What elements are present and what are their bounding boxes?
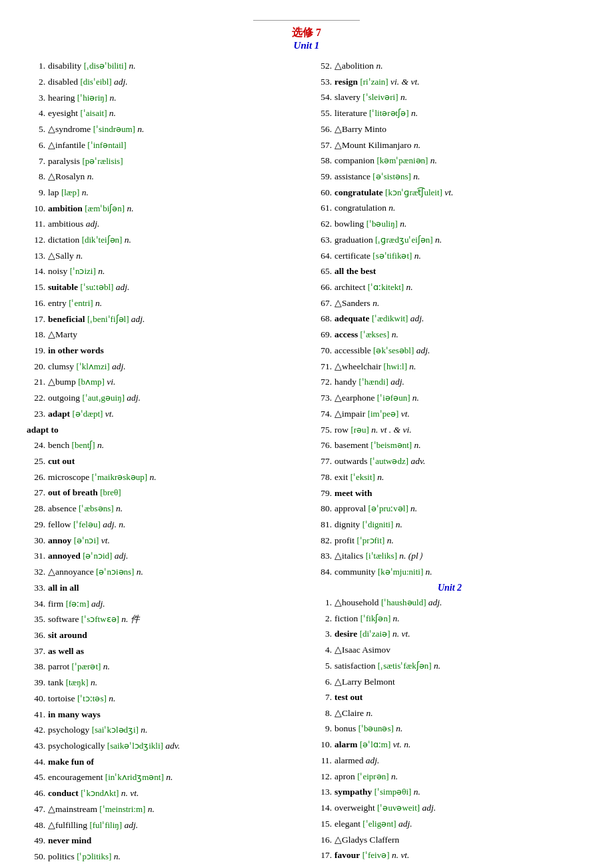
entry-number: 70. — [313, 343, 332, 359]
entry-phonetic: [ˈeiprən] — [357, 771, 388, 781]
entry-word: resign — [334, 77, 358, 87]
list-item: 42.psychology [saiˈkɔlədʒi] n. — [27, 722, 300, 738]
entry-phonetic: [əˈpruːvəl] — [368, 503, 408, 513]
entry-pos: n. (pl） — [399, 551, 428, 561]
entry-pos: n. — [400, 219, 406, 229]
entry-extra: n. — [404, 739, 410, 749]
entry-phonetic: [diˈzaiə] — [360, 629, 390, 639]
entry-extra: vt. — [400, 850, 409, 860]
entry-number: 19. — [27, 343, 45, 359]
list-item: 2.fiction [ˈfikʃən] n. — [313, 611, 586, 627]
entry-number: 15. — [313, 816, 332, 832]
entry-number: 12. — [313, 769, 332, 785]
entry-word: as well as — [48, 646, 84, 656]
entry-pos: n. — [434, 661, 440, 671]
entry-number: 16. — [313, 832, 332, 848]
list-item: 82.profit [ˈprɔfit] n. — [313, 533, 586, 549]
entry-pos: adj. — [116, 282, 130, 292]
entry-number: 15. — [27, 279, 45, 295]
list-item: 50.politics [ˈpɔlitiks] n. — [27, 849, 300, 865]
list-item: 48.△fulfilling [fulˈfiliŋ] adj. — [27, 817, 300, 833]
entry-pos: n. — [95, 298, 102, 308]
list-item: 4.eyesight [ˈaisait] n. — [27, 105, 300, 121]
entry-word: basement — [334, 440, 368, 450]
list-item: 68.adequate [ˈædikwit] adj. — [313, 311, 586, 327]
entry-word: adequate — [334, 313, 370, 323]
entry-word: adapt to — [27, 425, 59, 435]
top-line — [253, 20, 360, 21]
entry-pos: adj. — [112, 361, 126, 371]
entry-pos: adj. — [410, 313, 424, 323]
entry-word: adapt — [48, 409, 70, 419]
entry-pos: n. — [103, 661, 110, 671]
entry-word: overweight — [334, 803, 375, 813]
entry-pos: n. — [366, 708, 372, 718]
entry-word: accessible — [334, 345, 371, 355]
entry-word: congratulation — [334, 203, 386, 213]
entry-number: 18. — [313, 863, 332, 868]
list-item: 5.△syndrome [ˈsindrəum] n. — [27, 121, 300, 137]
entry-number: 7. — [313, 689, 332, 705]
entry-pos: adj. — [124, 820, 138, 830]
entry-pos: vt. — [444, 187, 453, 197]
list-item: 65.all the best — [313, 263, 586, 279]
entry-extra: 件 — [131, 614, 140, 624]
entry-pos: adv. — [165, 741, 180, 751]
entry-word: bowling — [334, 219, 364, 229]
entry-number: 1. — [313, 595, 332, 611]
list-item: 34.firm [fəːm] adj. — [27, 596, 300, 612]
list-item: 43.psychologically [saikəˈlɔdʒikli] adv. — [27, 738, 300, 754]
unit-heading: Unit 2 — [313, 583, 586, 593]
entry-phonetic: [ˈsuːtəbl] — [80, 282, 113, 292]
entry-phonetic: [ˈdigniti] — [362, 519, 394, 529]
list-item: 6.△Larry Belmont — [313, 674, 586, 690]
entry-word: politics — [48, 851, 75, 861]
entry-pos: n. — [411, 108, 418, 118]
entry-number: 42. — [27, 722, 45, 738]
list-item: 17.favour [ˈfeivə] n. vt. — [313, 847, 586, 863]
list-item: 10.alarm [əˈlɑːm] vt. n. — [313, 737, 586, 753]
entry-pos: n. — [98, 266, 105, 276]
list-item: 9.lap [læp] n. — [27, 185, 300, 201]
list-item: 8.△Rosalyn n. — [27, 169, 300, 185]
entry-word: in many ways — [48, 709, 101, 719]
list-item: 40.tortoise [ˈtɔːtəs] n. — [27, 691, 300, 707]
entry-number: 28. — [27, 501, 45, 517]
list-item: 29.fellow [ˈfeləu] adj. n. — [27, 517, 300, 533]
entry-phonetic: [əˈsistəns] — [372, 171, 411, 181]
list-item: 83.△italics [iˈtæliks] n. (pl） — [313, 548, 586, 564]
entry-pos: n. — [377, 472, 384, 482]
entry-phonetic: [ˈautˌgəuiŋ] — [82, 393, 125, 403]
entry-pos: n. — [109, 108, 116, 118]
entry-number: 14. — [313, 800, 332, 816]
list-item: 35.software [ˈsɔftwɛə] n. 件 — [27, 611, 300, 627]
entry-number: 67. — [313, 295, 332, 311]
entry-phonetic: [ˌsætisˈfækʃən] — [378, 661, 432, 671]
entry-phonetic: [imˈpeə] — [368, 409, 399, 419]
entry-number: 34. — [27, 596, 45, 612]
list-item: 11.alarmed adj. — [313, 753, 586, 769]
entry-pos: n. — [137, 124, 144, 134]
entry-word: bench — [48, 440, 69, 450]
list-item: 76.basement [ˈbeismənt] n. — [313, 437, 586, 453]
entry-word: tortoise — [48, 693, 75, 703]
entry-word: △Claire — [334, 708, 364, 718]
list-item: 41.in many ways — [27, 707, 300, 723]
entry-number: 53. — [313, 74, 332, 90]
list-item: 18.△Marty — [27, 327, 300, 343]
entry-number: 49. — [27, 833, 45, 849]
list-item: 30.annoy [əˈnɔi] vt. — [27, 533, 300, 549]
entry-word: parrot — [48, 661, 69, 671]
list-item: 74.△impair [imˈpeə] vt. — [313, 406, 586, 422]
entry-phonetic: [ˈautwədz] — [370, 456, 408, 466]
list-item: 28.absence [ˈæbsəns] n. — [27, 501, 300, 517]
entry-phonetic: [ˈhiəriŋ] — [77, 93, 107, 103]
entry-number: 56. — [313, 121, 332, 137]
entry-phonetic: [ˈbəuliŋ] — [366, 219, 398, 229]
entry-number: 1. — [27, 58, 45, 74]
entry-word: access — [334, 329, 358, 339]
entry-number: 20. — [27, 359, 45, 375]
entry-pos: vt. — [393, 739, 402, 749]
list-item: 49.never mind — [27, 833, 300, 849]
entry-number: 82. — [313, 533, 332, 549]
